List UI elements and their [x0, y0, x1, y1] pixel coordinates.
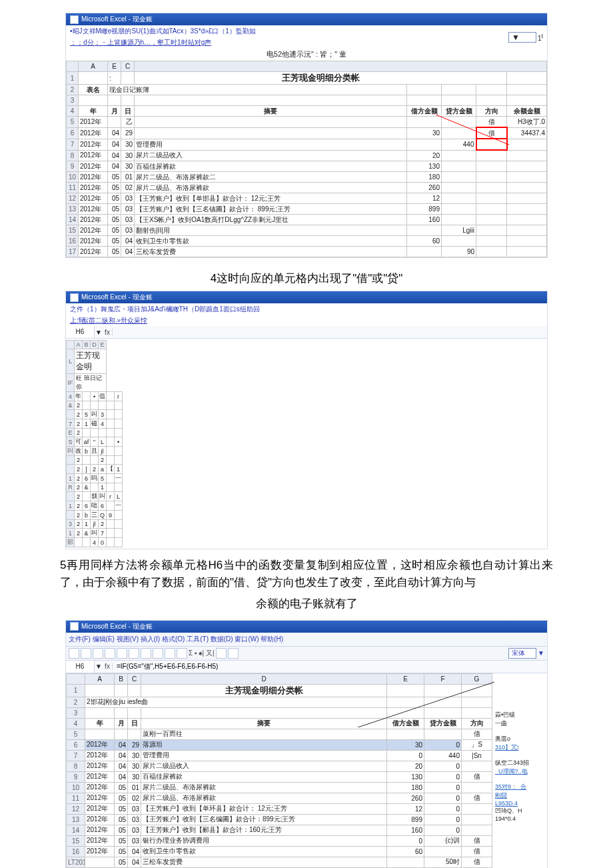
- name-box[interactable]: H6: [66, 661, 95, 673]
- col-G[interactable]: G: [462, 673, 492, 684]
- open-icon[interactable]: [81, 648, 91, 659]
- table-row[interactable]: 4年•值r: [67, 392, 123, 401]
- table-row[interactable]: 72012年0430管理费用0440|Sn: [67, 750, 492, 761]
- table-row[interactable]: 321jl2: [67, 520, 123, 529]
- table-row[interactable]: 72012年0430管理费用440: [67, 139, 547, 150]
- table-row[interactable]: 92012年0430百福佳尿裤款1300借: [67, 771, 492, 782]
- side-text: 纵空二343招: [495, 759, 529, 766]
- garbled-menu-2: 上:fi酝苗二纵和.»卅众采悖: [70, 317, 147, 324]
- garbled-menu-1: 之件（1）舞鬼広・项目加J&Ad'i欌瞰TH（D部踬血1面口s组助回: [66, 303, 547, 315]
- paste-icon[interactable]: [165, 648, 175, 659]
- table-row[interactable]: 112012年0502尿片二级品、布洛尿裤款2600借: [67, 793, 492, 803]
- table-row[interactable]: E2: [67, 429, 123, 437]
- table-row[interactable]: 62012年042930借34437.4: [67, 127, 547, 139]
- menu-items[interactable]: 文件(F) 编辑(E) 视图(V) 插入(I) 格式(O) 工具(T) 数据(D…: [69, 635, 283, 644]
- table-row[interactable]: 5厦刚一百而往借: [67, 729, 492, 739]
- table-row[interactable]: 142012年0503【王芳账户】收到【郦县】款合计：160元;王芳1600: [67, 825, 492, 835]
- table-row[interactable]: 102012年0501尿片二级品、布洛尿裤款1800: [67, 782, 492, 793]
- table-row[interactable]: 142012年0503【王XS帐户】收到OA1数高打DLgg^ZZ非剩元J里壮1…: [67, 215, 547, 225]
- sheet-title: 主芳现金明细分类帐: [141, 684, 387, 697]
- col-D[interactable]: D: [141, 673, 387, 684]
- table-row[interactable]: 102012年0501尿片二级品、布洛尿裤款二180: [67, 172, 547, 183]
- table-row[interactable]: 162012年0504收到卫生巾零售款60借: [67, 846, 492, 857]
- table-row[interactable]: 22: [67, 456, 123, 465]
- table-row[interactable]: &2: [67, 401, 123, 410]
- value-tablename: 现金日记账簿: [108, 85, 407, 95]
- right-control: ▼1t: [508, 32, 543, 43]
- table-row[interactable]: LT201.250504三松车发货费50时借: [67, 857, 492, 867]
- table-row[interactable]: R2&1: [67, 483, 123, 492]
- excel-icon: [70, 293, 79, 302]
- side-link[interactable]: L953D.4: [495, 800, 518, 807]
- side-link[interactable]: 310】冗!: [495, 744, 519, 751]
- formula-bar[interactable]: =IF(G5="借",H5+E6-F6,E6-F6-H5): [113, 662, 547, 671]
- col-E[interactable]: E: [387, 673, 424, 684]
- name-box[interactable]: H6: [66, 326, 95, 338]
- table-row[interactable]: 叫改b且jl: [67, 447, 123, 456]
- col-F[interactable]: F: [424, 673, 462, 684]
- table-row[interactable]: 132012年0503【王芳账户】收到【三名镇圃】款合计： 899元;王芳899: [67, 204, 547, 215]
- col-C[interactable]: C: [121, 61, 135, 72]
- screenshot-3: Microsoft Excel - 现金账 文件(F) 编辑(E) 视图(V) …: [66, 621, 547, 868]
- col-A[interactable]: A: [79, 61, 108, 72]
- col-B[interactable]: E: [108, 61, 121, 72]
- excel-icon: [70, 622, 79, 631]
- copy-icon[interactable]: [153, 648, 163, 659]
- save-icon[interactable]: [93, 648, 103, 659]
- side-link[interactable]: 35对8：_合: [495, 783, 526, 790]
- tiny-grid[interactable]: ABDE L王芳现金明 IF旺 班日记你 4年•值r&225叫3721磁4E2S…: [66, 340, 123, 547]
- table-row[interactable]: 132012年0503【王芳账户】收到【三名编圃】款合计：899元;王芳8990: [67, 814, 492, 825]
- table-row[interactable]: 112012年0502尿片二级品、布洛尿裤款260: [67, 183, 547, 193]
- spreadsheet-1[interactable]: AEC 1:王芳现金明细分类帐 2表名现金日记账簿 3 4 年 月 日 摘要 借…: [66, 61, 547, 257]
- table-row[interactable]: S可af"L•: [67, 437, 123, 447]
- table-row[interactable]: 2]2a【1: [67, 465, 123, 474]
- new-icon[interactable]: [69, 648, 79, 659]
- cut-icon[interactable]: [141, 648, 151, 659]
- font-selector[interactable]: 宋体: [508, 648, 536, 659]
- hdr-summary: 摘要: [135, 106, 407, 117]
- menu-bar[interactable]: 文件(F) 编辑(E) 视图(V) 插入(I) 格式(O) 工具(T) 数据(D…: [66, 633, 547, 647]
- window-titlebar: Microsoft Excel - 现金账: [66, 13, 547, 25]
- table-row[interactable]: 82012年0430尿片二级品收入200: [67, 761, 492, 771]
- table-row[interactable]: 52012年乙借H3收丁.0: [67, 117, 547, 128]
- standard-toolbar[interactable]: Σ ▪ ♠| 又| 宋体 ▼: [66, 647, 547, 661]
- window-title: Microsoft Excel - 现金账: [81, 291, 153, 303]
- table-row[interactable]: 126吗5一: [67, 474, 123, 483]
- table-row[interactable]: 82012年0430尿片二级品收入20: [67, 150, 547, 161]
- table-row[interactable]: 721磁4: [67, 419, 123, 429]
- table-row[interactable]: 部40: [67, 538, 123, 547]
- unknown-selector[interactable]: ▼: [508, 32, 536, 43]
- col-A[interactable]: A: [85, 673, 115, 684]
- table-row[interactable]: 2颔叫rL: [67, 492, 123, 501]
- chart-icon[interactable]: [216, 648, 227, 659]
- undo-icon[interactable]: [177, 648, 187, 659]
- table-row[interactable]: 2b三Q9: [67, 511, 123, 520]
- side-text: 凹琦Q、H: [495, 807, 522, 814]
- table-row[interactable]: 152012年0503银行办理业务协调费用0(c)训借: [67, 835, 492, 846]
- spell-icon[interactable]: [129, 648, 139, 659]
- para-step5b: 余额的电子账就有了: [0, 596, 613, 611]
- help-icon[interactable]: [228, 648, 239, 659]
- table-row[interactable]: 122012年0503【王芳账户】收到【单环县】款合计： 12元;王芳120: [67, 803, 492, 814]
- table-row[interactable]: 172012年0504三松车发货费90: [67, 247, 547, 257]
- window-titlebar: Microsoft Excel - 现金账: [66, 621, 547, 633]
- excel-icon: [70, 15, 79, 24]
- table-row[interactable]: 92012年0430百福佳尿裤款130: [67, 161, 547, 172]
- table-row[interactable]: 122012年0503【王芳账户】收到【单邯县】款合计： 12元;王芳12: [67, 193, 547, 204]
- table-row[interactable]: 126咄6一: [67, 501, 123, 511]
- preview-icon[interactable]: [117, 648, 127, 659]
- table-row[interactable]: 62012年0429落源坦300」S: [67, 739, 492, 750]
- table-row[interactable]: 25叫3: [67, 410, 123, 419]
- garbled-hint: 电52他逋示沅" : 皆；" 童: [66, 48, 547, 61]
- side-link[interactable]: 刚囧: [495, 792, 507, 799]
- spreadsheet-3[interactable]: A B C D E F G 1主芳现金明细分类帐 22邯花|刚金jiu iesf…: [66, 673, 492, 868]
- table-row[interactable]: 152012年0503翻射伤|II|用Lgiii: [67, 225, 547, 236]
- col-B[interactable]: B: [115, 673, 128, 684]
- side-link[interactable]: _U理闻?..电: [495, 768, 528, 775]
- table-row[interactable]: 162012年0504收到卫生巾零售款60: [67, 236, 547, 247]
- print-icon[interactable]: [105, 648, 115, 659]
- fx-icon[interactable]: fx: [103, 329, 113, 336]
- fx-icon[interactable]: fx: [103, 663, 113, 670]
- col-C[interactable]: C: [128, 673, 141, 684]
- table-row[interactable]: 12&叫7: [67, 529, 123, 538]
